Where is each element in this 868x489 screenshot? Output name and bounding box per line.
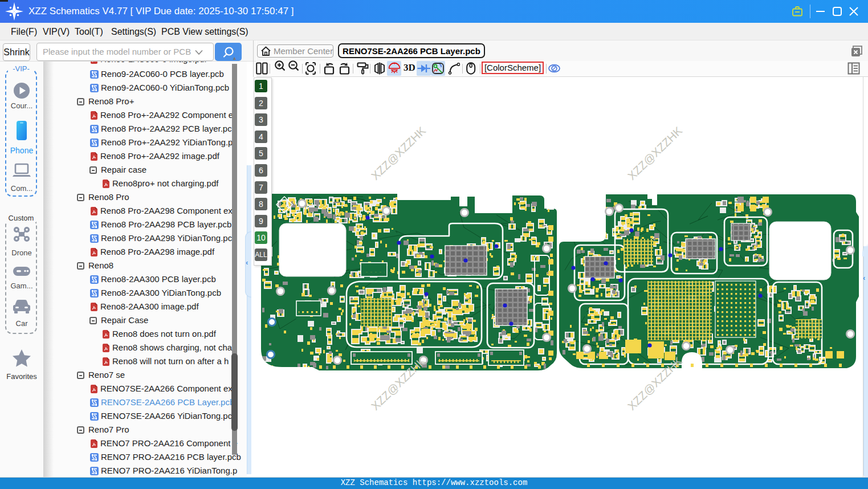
- svg-text:XZZ@XZZHK: XZZ@XZZHK: [369, 124, 429, 182]
- svg-text:XZZ@XZZHK: XZZ@XZZHK: [625, 124, 685, 182]
